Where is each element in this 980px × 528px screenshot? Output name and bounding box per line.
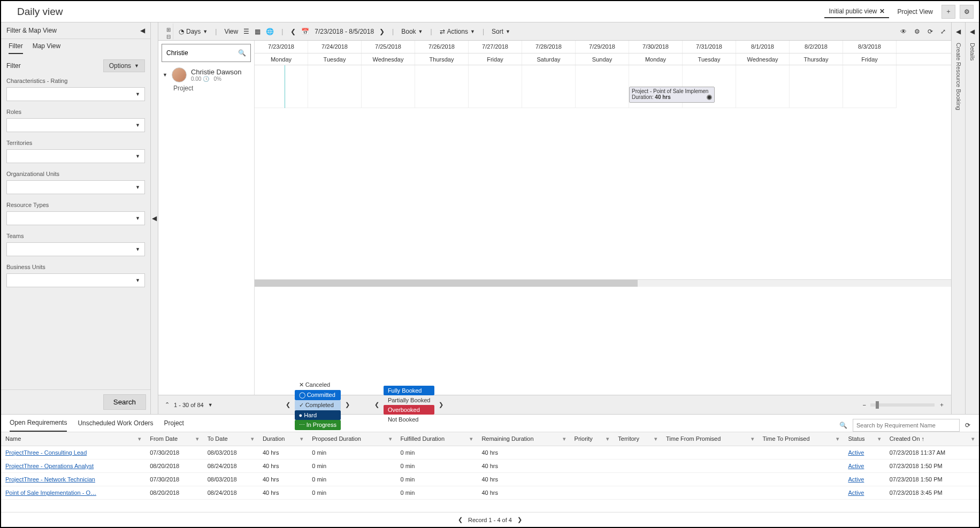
gear-icon[interactable]: ⚙	[914, 28, 920, 35]
grid-cell[interactable]	[308, 65, 362, 108]
column-header[interactable]: Proposed Duration▾	[308, 432, 396, 446]
book-button[interactable]: Book ▼	[401, 28, 423, 35]
sidebar-tab-mapview[interactable]: Map View	[33, 42, 60, 54]
table-row[interactable]: ProjectThree - Operations Analyst 08/20/…	[1, 460, 979, 473]
requirement-link[interactable]: ProjectThree - Consulting Lead	[5, 449, 87, 456]
date-prev-button[interactable]: ❮	[290, 28, 296, 35]
column-header[interactable]: Name▾	[1, 432, 146, 446]
booking-chip[interactable]: Partially Booked	[384, 395, 435, 405]
actions-button[interactable]: ⇄ Actions ▼	[440, 28, 475, 35]
status-link[interactable]: Active	[848, 489, 864, 496]
horizontal-scrollbar[interactable]	[255, 279, 951, 287]
details-rail[interactable]: ◀ Details	[965, 22, 979, 414]
zoom-out-icon[interactable]: −	[863, 402, 866, 408]
filter-businessunits-select[interactable]: ▼	[6, 273, 145, 287]
resource-search-input[interactable]	[166, 49, 231, 57]
column-header[interactable]: Status▾	[844, 432, 885, 446]
page-up-icon[interactable]: ⌃	[165, 401, 170, 408]
column-header[interactable]: Remaining Duration▾	[477, 432, 570, 446]
options-button[interactable]: Options ▼	[103, 59, 145, 72]
settings-button[interactable]: ⚙	[960, 5, 974, 19]
tab-project[interactable]: Project	[164, 419, 184, 431]
grid-cell[interactable]	[469, 65, 522, 108]
status-next[interactable]: ❯	[345, 401, 350, 408]
booking-next[interactable]: ❯	[439, 401, 443, 408]
grid-cell[interactable]	[255, 65, 308, 108]
column-header[interactable]: Fulfilled Duration▾	[396, 432, 478, 446]
filter-orgunits-select[interactable]: ▼	[6, 180, 145, 194]
refresh-icon[interactable]: ⟳	[928, 28, 933, 35]
booking-card[interactable]: Project - Point of Sale Implemen Duratio…	[629, 87, 715, 103]
close-icon[interactable]: ✕	[879, 7, 885, 15]
schedule-grid[interactable]: 7/23/20187/24/20187/25/20187/26/20187/27…	[255, 41, 951, 395]
requirement-search-input[interactable]	[853, 419, 960, 432]
search-button[interactable]: Search	[103, 394, 146, 410]
tab-unscheduled[interactable]: Unscheduled Work Orders	[78, 419, 153, 431]
add-view-button[interactable]: ＋	[941, 5, 955, 19]
grid-cell[interactable]	[362, 65, 415, 108]
date-next-button[interactable]: ❯	[379, 28, 385, 35]
zoom-in-icon[interactable]: ＋	[939, 401, 945, 409]
sidebar-tab-filter[interactable]: Filter	[9, 42, 23, 54]
requirement-link[interactable]: ProjectThree - Operations Analyst	[5, 463, 94, 469]
view-grid-icon[interactable]: ▦	[255, 28, 261, 35]
table-row[interactable]: Point of Sale Implementation - O… 08/20/…	[1, 486, 979, 500]
eye-icon[interactable]: 👁	[900, 28, 907, 35]
search-icon[interactable]: 🔍	[839, 422, 847, 429]
grid-cell[interactable]	[790, 65, 843, 108]
collapse-all-icon[interactable]: ⊟	[166, 34, 171, 40]
refresh-icon[interactable]: ⟳	[965, 422, 970, 429]
sort-button[interactable]: Sort ▼	[492, 28, 510, 35]
booking-prev[interactable]: ❮	[374, 401, 379, 408]
chevron-down-icon[interactable]: ▼	[163, 72, 167, 78]
resource-row[interactable]: ▼ Christie Dawson 0.00 🕓 0%	[158, 65, 254, 85]
tab-open-requirements[interactable]: Open Requirements	[10, 419, 67, 432]
grid-cell[interactable]	[843, 65, 897, 108]
view-tab-project[interactable]: Project View	[893, 6, 937, 18]
filter-characteristics-select[interactable]: ▼	[6, 87, 145, 101]
page-dropdown[interactable]: ▼	[208, 402, 213, 408]
column-header[interactable]: Time From Promised▾	[662, 432, 759, 446]
filter-resourcetypes-select[interactable]: ▼	[6, 211, 145, 225]
fullscreen-icon[interactable]: ⤢	[940, 28, 946, 35]
filter-teams-select[interactable]: ▼	[6, 242, 145, 256]
column-header[interactable]: Territory▾	[614, 432, 662, 446]
column-header[interactable]: Duration▾	[258, 432, 308, 446]
resource-project-row[interactable]: Project	[158, 85, 254, 92]
column-header[interactable]: To Date▾	[203, 432, 258, 446]
scale-select[interactable]: ◔ Days ▼	[179, 28, 208, 35]
table-row[interactable]: ProjectThree - Consulting Lead 07/30/201…	[1, 446, 979, 460]
grid-cell[interactable]	[415, 65, 469, 108]
column-header[interactable]: Created On ↑▾	[885, 432, 979, 446]
view-tab-initial[interactable]: Initial public view✕	[824, 5, 889, 18]
grid-cell[interactable]	[736, 65, 790, 108]
pager-prev[interactable]: ❮	[458, 516, 463, 523]
requirement-link[interactable]: ProjectThree - Network Technician	[5, 476, 95, 483]
booking-chip[interactable]: Overbooked	[384, 405, 435, 415]
pager-next[interactable]: ❯	[517, 516, 522, 523]
collapse-sidebar-icon[interactable]: ◀	[140, 27, 145, 34]
expand-all-icon[interactable]: ⊞	[166, 27, 171, 33]
status-link[interactable]: Active	[848, 449, 864, 456]
filter-territories-select[interactable]: ▼	[6, 149, 145, 163]
view-map-icon[interactable]: 🌐	[266, 28, 274, 35]
status-link[interactable]: Active	[848, 463, 864, 469]
create-booking-rail[interactable]: ◀ Create Resource Booking	[951, 22, 965, 414]
calendar-icon[interactable]: 📅	[301, 28, 309, 35]
table-row[interactable]: ProjectThree - Network Technician 07/30/…	[1, 473, 979, 486]
search-icon[interactable]: 🔍	[238, 49, 246, 57]
column-header[interactable]: From Date▾	[146, 432, 203, 446]
status-link[interactable]: Active	[848, 476, 864, 483]
zoom-slider[interactable]	[870, 403, 935, 407]
view-list-icon[interactable]: ☰	[243, 28, 249, 35]
status-chip[interactable]: ✓ Completed	[295, 400, 341, 410]
requirement-link[interactable]: Point of Sale Implementation - O…	[5, 489, 96, 496]
date-range[interactable]: 7/23/2018 - 8/5/2018	[315, 28, 374, 35]
column-header[interactable]: Priority▾	[570, 432, 614, 446]
status-prev[interactable]: ❮	[286, 401, 290, 408]
grid-cell[interactable]	[576, 65, 629, 108]
filter-roles-select[interactable]: ▼	[6, 118, 145, 132]
sidebar-splitter[interactable]: ◀	[151, 22, 158, 414]
grid-cell[interactable]	[522, 65, 576, 108]
column-header[interactable]: Time To Promised▾	[759, 432, 844, 446]
